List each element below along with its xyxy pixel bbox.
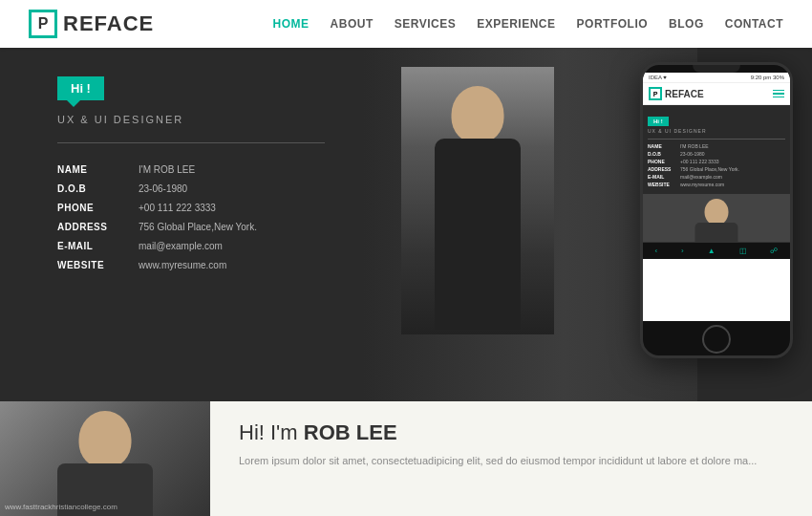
bottom-text-area: Hi! I'm ROB LEE Lorem ipsum dolor sit am… [210, 401, 812, 516]
info-value: mail@example.com [139, 237, 223, 256]
phone-info-label: PHONE [648, 159, 676, 164]
phone-info-row: PHONE+00 111 222 3333 [648, 159, 785, 164]
main-nav: HOMEABOUTSERVICESEXPERIENCEPORTFOLIOBLOG… [273, 17, 783, 31]
info-label: E-MAIL [57, 237, 119, 256]
bottom-description: Lorem ipsum dolor sit amet, consectetuad… [239, 453, 783, 470]
profile-photo [401, 67, 554, 334]
hi-badge: Hi ! [57, 76, 104, 100]
bottom-photo [0, 401, 210, 516]
phone-status-bar: IDEA ♥ 9:20 pm 30% [643, 73, 790, 83]
phone-hamburger-icon[interactable] [773, 90, 784, 98]
phone-nav-bar[interactable]: ‹ › ▲ ◫ ☍ [643, 242, 790, 259]
header: P REFACE HOMEABOUTSERVICESEXPERIENCEPORT… [0, 0, 812, 48]
hero-subtitle: UX & UI DESIGNER [57, 114, 325, 125]
phone-info-value: www.myresume.com [680, 182, 724, 187]
phone-notch [693, 65, 740, 73]
phone-status-right: 9:20 pm 30% [751, 75, 784, 80]
info-value: I'M ROB LEE [139, 161, 195, 180]
phone-header: P REFACE [643, 83, 790, 105]
phone-status-left: IDEA ♥ [649, 75, 667, 80]
info-value: +00 111 222 3333 [139, 199, 216, 218]
info-row: ADDRESS756 Global Place,New York. [57, 218, 325, 237]
nav-item-services[interactable]: SERVICES [395, 17, 456, 31]
phone-back-icon[interactable]: ‹ [654, 247, 657, 255]
info-row: E-MAILmail@example.com [57, 237, 325, 256]
logo-box: P [29, 10, 57, 38]
nav-item-contact[interactable]: CONTACT [725, 17, 783, 31]
profile-photo-inner [401, 67, 554, 334]
info-row: PHONE+00 111 222 3333 [57, 199, 325, 218]
logo-text: REFACE [63, 11, 154, 36]
info-value: 23-06-1980 [139, 180, 187, 199]
phone-info-label: ADDRESS [648, 166, 676, 172]
phone-logo-letter: P [653, 91, 658, 97]
phone-screen: IDEA ♥ 9:20 pm 30% P REFACE Hi ! UX & UI… [643, 73, 790, 321]
phone-info-value: I'M ROB LEE [680, 143, 709, 149]
phone-info-row: WEBSITEwww.myresume.com [648, 182, 785, 187]
phone-logo-box: P [649, 87, 662, 100]
info-label: PHONE [57, 199, 119, 218]
phone-more-icon[interactable]: ☍ [770, 247, 778, 255]
info-label: NAME [57, 161, 119, 180]
phone-info-label: NAME [648, 143, 676, 149]
phone-info-label: E-MAIL [648, 174, 676, 180]
info-label: ADDRESS [57, 218, 119, 237]
info-row: NAMEI'M ROB LEE [57, 161, 325, 180]
phone-info-label: D.O.B [648, 151, 676, 157]
hero-section: Hi ! UX & UI DESIGNER NAMEI'M ROB LEED.O… [0, 48, 812, 401]
watermark: www.fasttrackhristiancollege.com [5, 503, 118, 511]
info-row: D.O.B23-06-1980 [57, 180, 325, 199]
bottom-name: ROB LEE [304, 420, 397, 444]
phone-mockup: IDEA ♥ 9:20 pm 30% P REFACE Hi ! UX & UI… [640, 62, 793, 358]
bottom-greeting: Hi! I'm ROB LEE [239, 420, 783, 445]
nav-item-blog[interactable]: BLOG [669, 17, 704, 31]
phone-hi-badge: Hi ! [648, 117, 669, 126]
phone-logo-text: REFACE [665, 89, 704, 99]
divider [57, 142, 325, 143]
person-head [452, 86, 504, 143]
phone-info-row: ADDRESS756 Global Place,New York. [648, 166, 785, 172]
phone-subtitle: UX & UI DESIGNER [648, 128, 785, 134]
phone-person-area [643, 194, 790, 242]
nav-item-portfolio[interactable]: PORTFOLIO [577, 17, 649, 31]
phone-bookmark-icon[interactable]: ◫ [739, 247, 747, 255]
phone-share-icon[interactable]: ▲ [708, 247, 716, 255]
phone-info-value: +00 111 222 3333 [680, 159, 718, 164]
bottom-section: Hi! I'm ROB LEE Lorem ipsum dolor sit am… [0, 401, 812, 516]
nav-item-home[interactable]: HOME [273, 17, 310, 31]
info-label: WEBSITE [57, 256, 119, 275]
logo[interactable]: P REFACE [29, 10, 154, 38]
phone-home-button[interactable] [702, 325, 731, 354]
info-table: NAMEI'M ROB LEED.O.B23-06-1980PHONE+00 1… [57, 161, 325, 275]
phone-info-table: NAMEI'M ROB LEED.O.B23-06-1980PHONE+00 1… [648, 143, 785, 187]
phone-forward-icon[interactable]: › [681, 247, 684, 255]
phone-info-value: 756 Global Place,New York. [680, 166, 739, 172]
phone-info-label: WEBSITE [648, 182, 676, 187]
info-value: www.myresume.com [139, 256, 226, 275]
phone-info-value: mail@example.com [680, 174, 722, 180]
phone-info-row: NAMEI'M ROB LEE [648, 143, 785, 149]
hero-content: Hi ! UX & UI DESIGNER NAMEI'M ROB LEED.O… [57, 76, 325, 275]
bottom-hi-text: Hi! I'm [239, 420, 304, 444]
nav-item-about[interactable]: ABOUT [331, 17, 374, 31]
phone-info-value: 23-06-1980 [680, 151, 705, 157]
person-body [435, 139, 521, 330]
info-row: WEBSITEwww.myresume.com [57, 256, 325, 275]
phone-info-row: E-MAILmail@example.com [648, 174, 785, 180]
logo-letter: P [38, 15, 49, 32]
phone-divider [648, 139, 785, 140]
nav-item-experience[interactable]: EXPERIENCE [477, 17, 555, 31]
info-label: D.O.B [57, 180, 119, 199]
info-value: 756 Global Place,New York. [139, 218, 257, 237]
phone-info-row: D.O.B23-06-1980 [648, 151, 785, 157]
phone-content: Hi ! UX & UI DESIGNER NAMEI'M ROB LEED.O… [643, 105, 790, 194]
